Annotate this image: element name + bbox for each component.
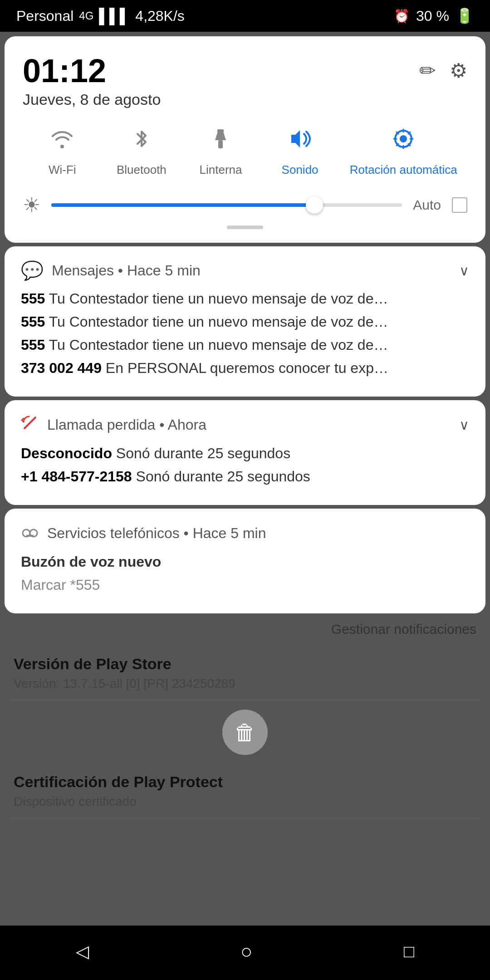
svg-rect-1 bbox=[218, 140, 223, 148]
brightness-slider[interactable] bbox=[51, 203, 402, 207]
toggle-rotation[interactable]: Rotación automática bbox=[350, 127, 457, 177]
signal-icon: ▌▌▌ bbox=[99, 8, 130, 24]
sound-icon bbox=[288, 127, 312, 157]
speed-label: 4,28K/s bbox=[135, 8, 185, 24]
bg-item-playstore: Versión de Play Store Versión: 13.7.15-a… bbox=[9, 646, 481, 701]
bg-notifications-area: Gestionar notificaciones Versión de Play… bbox=[0, 617, 490, 823]
notif-missed-call-row-0: Desconocido Sonó durante 25 segundos bbox=[21, 445, 469, 462]
notification-missed-call[interactable]: Llamada perdida • Ahora ∨ Desconocido So… bbox=[5, 400, 485, 505]
notif-messages-row-3: 373 002 449 En PERSONAL queremos conocer… bbox=[21, 360, 469, 377]
floating-delete-button[interactable]: 🗑 bbox=[9, 710, 481, 755]
settings-icon[interactable]: ⚙ bbox=[450, 59, 467, 82]
svg-rect-6 bbox=[26, 535, 34, 537]
toggle-bluetooth[interactable]: Bluetooth bbox=[112, 127, 171, 177]
quick-settings-panel: 01:12 Jueves, 8 de agosto ✏ ⚙ Wi-Fi bbox=[5, 36, 485, 243]
home-button[interactable]: ○ bbox=[240, 940, 253, 963]
notif-messages-header: 💬 Mensajes • Hace 5 min ∨ bbox=[21, 260, 469, 281]
messages-title: Mensajes • Hace 5 min bbox=[52, 262, 451, 279]
toggle-flashlight[interactable]: Linterna bbox=[191, 127, 250, 177]
flashlight-label: Linterna bbox=[200, 163, 242, 177]
messages-chevron[interactable]: ∨ bbox=[459, 263, 469, 279]
missed-call-title: Llamada perdida • Ahora bbox=[47, 416, 451, 433]
qs-date: Jueves, 8 de agosto bbox=[23, 91, 161, 108]
status-left: Personal 4G ▌▌▌ 4,28K/s bbox=[16, 8, 185, 24]
manage-notifications-label[interactable]: Gestionar notificaciones bbox=[331, 622, 476, 637]
messages-icon: 💬 bbox=[21, 260, 44, 281]
back-button[interactable]: ◁ bbox=[76, 941, 89, 961]
home-icon: ○ bbox=[240, 940, 253, 963]
notif-messages-row-2: 555 Tu Contestador tiene un nuevo mensaj… bbox=[21, 337, 469, 353]
bluetooth-icon bbox=[129, 127, 154, 157]
recents-icon: □ bbox=[404, 942, 414, 961]
bg-item-playprotect: Certificación de Play Protect Dispositiv… bbox=[9, 764, 481, 818]
notif-voicemail-sub: Marcar *555 bbox=[21, 577, 469, 593]
delete-circle[interactable]: 🗑 bbox=[222, 710, 268, 755]
notif-missed-call-row-1: +1 484-577-2158 Sonó durante 25 segundos bbox=[21, 468, 469, 485]
wifi-icon bbox=[50, 127, 74, 157]
flashlight-icon bbox=[208, 127, 233, 157]
qs-time: 01:12 bbox=[23, 54, 161, 87]
notif-voicemail-header: Servicios telefónicos • Hace 5 min bbox=[21, 522, 469, 544]
notif-missed-call-header: Llamada perdida • Ahora ∨ bbox=[21, 414, 469, 436]
edit-icon[interactable]: ✏ bbox=[419, 59, 436, 82]
recents-button[interactable]: □ bbox=[404, 942, 414, 961]
sound-label: Sonido bbox=[282, 163, 318, 177]
bg-item-playprotect-subtitle: Dispositivo certificado bbox=[14, 794, 476, 809]
svg-rect-0 bbox=[217, 129, 224, 133]
qs-header: 01:12 Jueves, 8 de agosto ✏ ⚙ bbox=[23, 54, 467, 108]
qs-handle bbox=[23, 225, 467, 229]
brightness-auto-label: Auto bbox=[413, 197, 441, 213]
carrier-label: Personal bbox=[16, 8, 74, 24]
manage-notifications-row[interactable]: Gestionar notificaciones bbox=[9, 622, 481, 637]
network-type: 4G bbox=[79, 10, 93, 22]
auto-brightness-checkbox[interactable] bbox=[452, 197, 467, 213]
brightness-row: ☀ Auto bbox=[23, 193, 467, 216]
qs-datetime: 01:12 Jueves, 8 de agosto bbox=[23, 54, 161, 108]
notif-voicemail-main: Buzón de voz nuevo bbox=[21, 554, 469, 570]
notif-messages-row-0: 555 Tu Contestador tiene un nuevo mensaj… bbox=[21, 290, 469, 307]
notification-messages[interactable]: 💬 Mensajes • Hace 5 min ∨ 555 Tu Contest… bbox=[5, 246, 485, 397]
rotation-icon bbox=[391, 127, 416, 157]
notif-messages-row-1: 555 Tu Contestador tiene un nuevo mensaj… bbox=[21, 314, 469, 330]
wifi-label: Wi-Fi bbox=[49, 163, 76, 177]
battery-icon: 🔋 bbox=[456, 7, 474, 24]
alarm-icon: ⏰ bbox=[394, 9, 410, 24]
brightness-icon: ☀ bbox=[23, 193, 40, 216]
qs-handle-bar bbox=[227, 225, 263, 229]
rotation-label: Rotación automática bbox=[350, 163, 457, 177]
bg-item-playstore-title: Versión de Play Store bbox=[14, 655, 476, 673]
voicemail-title: Servicios telefónicos • Hace 5 min bbox=[47, 525, 469, 542]
back-icon: ◁ bbox=[76, 941, 89, 961]
missed-call-chevron[interactable]: ∨ bbox=[459, 417, 469, 433]
bg-item-playstore-subtitle: Versión: 13.7.15-all [0] [PR] 234250289 bbox=[14, 676, 476, 691]
toggle-sound[interactable]: Sonido bbox=[270, 127, 329, 177]
nav-bar: ◁ ○ □ bbox=[0, 926, 490, 980]
toggle-wifi[interactable]: Wi-Fi bbox=[33, 127, 92, 177]
status-right: ⏰ 30 % 🔋 bbox=[394, 7, 474, 24]
bluetooth-label: Bluetooth bbox=[117, 163, 167, 177]
missed-call-icon bbox=[21, 414, 39, 436]
qs-header-icons: ✏ ⚙ bbox=[419, 59, 467, 82]
bg-item-playprotect-title: Certificación de Play Protect bbox=[14, 773, 476, 791]
status-bar: Personal 4G ▌▌▌ 4,28K/s ⏰ 30 % 🔋 bbox=[0, 0, 490, 32]
battery-percent: 30 % bbox=[416, 8, 449, 24]
notification-voicemail[interactable]: Servicios telefónicos • Hace 5 min Buzón… bbox=[5, 509, 485, 613]
voicemail-icon bbox=[21, 522, 39, 544]
svg-point-3 bbox=[400, 135, 407, 142]
qs-toggles-row: Wi-Fi Bluetooth Linterna bbox=[23, 127, 467, 177]
